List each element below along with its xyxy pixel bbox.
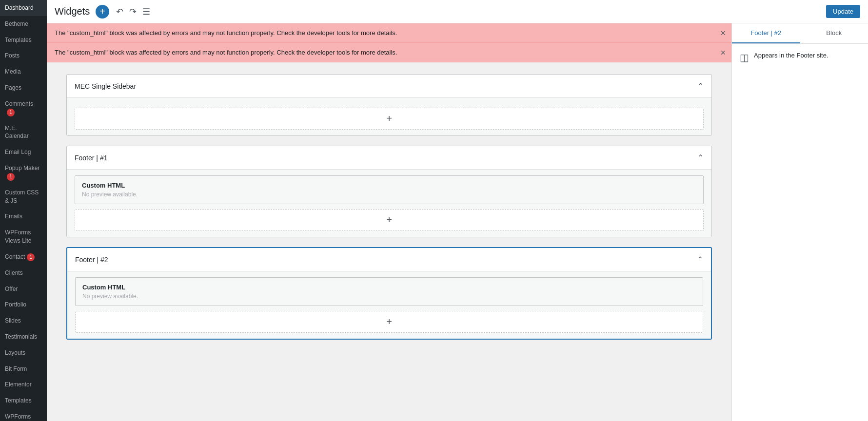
section-chevron-footer-2: ⌃ bbox=[697, 255, 703, 264]
error-banner-0: The "custom_html" block was affected by … bbox=[47, 23, 731, 43]
sidebar-item-contact[interactable]: Contact1 bbox=[0, 249, 47, 265]
sidebar-item-portfolio[interactable]: Portfolio bbox=[0, 297, 47, 313]
content-split: The "custom_html" block was affected by … bbox=[47, 23, 868, 421]
section-title-footer-2: Footer | #2 bbox=[75, 256, 108, 264]
update-button[interactable]: Update bbox=[826, 5, 860, 18]
section-chevron-mec-single-sidebar: ⌃ bbox=[697, 81, 704, 91]
sidebar-item-wpforms[interactable]: WPForms bbox=[0, 409, 47, 421]
block-subtitle: No preview available. bbox=[82, 191, 696, 198]
tab-block[interactable]: Block bbox=[800, 23, 868, 43]
sidebar-item-comments[interactable]: Comments1 bbox=[0, 96, 47, 120]
sidebar-item-posts[interactable]: Posts bbox=[0, 48, 47, 64]
section-header-footer-2[interactable]: Footer | #2⌃ bbox=[67, 248, 711, 271]
widget-section-footer-1: Footer | #1⌃Custom HTMLNo preview availa… bbox=[66, 146, 712, 237]
sidebar-item-layouts[interactable]: Layouts bbox=[0, 345, 47, 361]
redo-button[interactable]: ↷ bbox=[126, 4, 139, 19]
sidebar-item-betheme[interactable]: Betheme bbox=[0, 16, 47, 32]
section-header-mec-single-sidebar[interactable]: MEC Single Sidebar⌃ bbox=[67, 75, 711, 97]
sidebar-item-m.e.-calendar[interactable]: M.E. Calendar bbox=[0, 120, 47, 145]
right-panel: Footer | #2 Block ◫ Appears in the Foote… bbox=[731, 23, 868, 421]
sidebar-item-testimonials[interactable]: Testimonials bbox=[0, 329, 47, 345]
sidebar-item-elementor[interactable]: Elementor bbox=[0, 377, 47, 393]
add-block-button[interactable]: + bbox=[96, 5, 109, 19]
right-panel-content: ◫ Appears in the Footer site. bbox=[732, 44, 868, 71]
section-header-footer-1[interactable]: Footer | #1⌃ bbox=[67, 146, 711, 169]
sidebar-item-clients[interactable]: Clients bbox=[0, 265, 47, 281]
section-title-footer-1: Footer | #1 bbox=[75, 154, 107, 162]
error-banner-1: The "custom_html" block was affected by … bbox=[47, 43, 731, 62]
sidebar-item-bit-form[interactable]: Bit Form bbox=[0, 361, 47, 377]
section-body-mec-single-sidebar: + bbox=[67, 97, 711, 135]
widget-block-footer-2-0[interactable]: Custom HTMLNo preview available. bbox=[75, 277, 703, 306]
section-body-footer-1: Custom HTMLNo preview available.+ bbox=[67, 169, 711, 237]
sidebar-item-email-log[interactable]: Email Log bbox=[0, 144, 47, 160]
block-title: Custom HTML bbox=[82, 182, 696, 189]
sidebar-item-dashboard[interactable]: Dashboard bbox=[0, 0, 47, 16]
sidebar-item-emails[interactable]: Emails bbox=[0, 209, 47, 225]
widget-block-footer-1-0[interactable]: Custom HTMLNo preview available. bbox=[75, 175, 704, 204]
section-title-mec-single-sidebar: MEC Single Sidebar bbox=[75, 82, 136, 90]
sidebar-item-templates[interactable]: Templates bbox=[0, 32, 47, 48]
error-close-button-1[interactable]: × bbox=[720, 48, 726, 57]
sidebar-item-pages[interactable]: Pages bbox=[0, 80, 47, 96]
widgets-area: MEC Single Sidebar⌃+Footer | #1⌃Custom H… bbox=[47, 62, 731, 361]
undo-button[interactable]: ↶ bbox=[113, 4, 126, 19]
add-block-btn-footer-1[interactable]: + bbox=[75, 209, 704, 231]
error-banners: The "custom_html" block was affected by … bbox=[47, 23, 731, 62]
error-close-button-0[interactable]: × bbox=[720, 29, 726, 38]
sidebar: DashboardBethemeTemplatesPostsMediaPages… bbox=[0, 0, 47, 421]
sidebar-item-media[interactable]: Media bbox=[0, 64, 47, 80]
sidebar-item-offer[interactable]: Offer bbox=[0, 281, 47, 297]
block-title: Custom HTML bbox=[82, 284, 696, 291]
add-block-btn-footer-2[interactable]: + bbox=[75, 311, 703, 333]
widget-section-footer-2: Footer | #2⌃Custom HTMLNo preview availa… bbox=[66, 247, 712, 340]
right-panel-info-text: Appears in the Footer site. bbox=[754, 52, 828, 59]
footer-icon: ◫ bbox=[740, 52, 749, 63]
list-view-button[interactable]: ☰ bbox=[139, 4, 153, 19]
sidebar-item-custom-css-&-js[interactable]: Custom CSS & JS bbox=[0, 185, 47, 209]
add-block-btn-mec-single-sidebar[interactable]: + bbox=[75, 108, 704, 130]
center-panel: The "custom_html" block was affected by … bbox=[47, 23, 731, 421]
sidebar-item-wpforms-views-lite[interactable]: WPForms Views Lite bbox=[0, 225, 47, 249]
sidebar-item-slides[interactable]: Slides bbox=[0, 313, 47, 329]
tab-footer[interactable]: Footer | #2 bbox=[732, 23, 800, 43]
page-title: Widgets bbox=[55, 6, 90, 17]
widget-section-mec-single-sidebar: MEC Single Sidebar⌃+ bbox=[66, 74, 712, 136]
section-chevron-footer-1: ⌃ bbox=[697, 153, 704, 162]
right-panel-tabs: Footer | #2 Block bbox=[732, 23, 868, 44]
right-panel-info: ◫ Appears in the Footer site. bbox=[740, 52, 860, 63]
sidebar-item-popup-maker[interactable]: Popup Maker1 bbox=[0, 160, 47, 185]
block-subtitle: No preview available. bbox=[82, 293, 696, 300]
section-body-footer-2: Custom HTMLNo preview available.+ bbox=[67, 271, 711, 339]
main-wrap: Widgets + ↶ ↷ ☰ Update The "custom_html"… bbox=[47, 0, 868, 421]
top-bar: Widgets + ↶ ↷ ☰ Update bbox=[47, 0, 868, 23]
sidebar-item-templates[interactable]: Templates bbox=[0, 393, 47, 409]
